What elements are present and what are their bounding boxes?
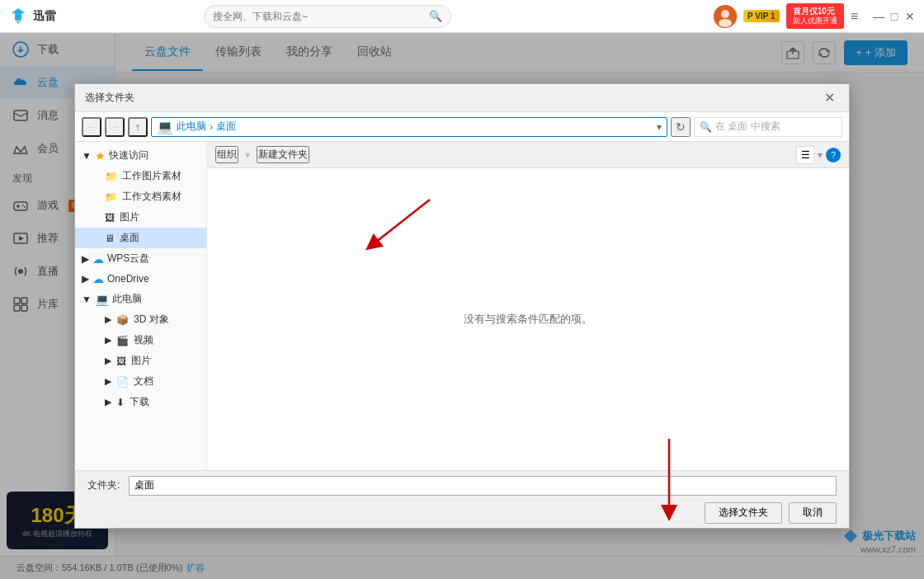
- expand-dl-icon: ▶: [105, 397, 111, 407]
- app-window: 迅雷 🔍 P VIP 1 首月仅10元 新人优惠开通 ≡ — □: [0, 0, 924, 579]
- avatar: [714, 5, 737, 28]
- nav-item-label: 下载: [130, 395, 149, 409]
- view-controls: ☰ ▾ ?: [796, 146, 841, 164]
- folder-row: 文件夹:: [87, 476, 837, 496]
- toolbar-sep: ▾: [245, 149, 250, 161]
- file-dialog: 选择文件夹 ✕ ← → ↑ 💻 此电脑 › 桌面 ▾ ↻ 🔍 在 桌面 中搜索: [74, 83, 850, 529]
- nav-item-3d[interactable]: ▶ 📦 3D 对象: [75, 309, 206, 330]
- help-button[interactable]: ?: [826, 148, 841, 162]
- search-bar[interactable]: 🔍: [204, 5, 451, 28]
- dialog-files-area: 没有与搜索条件匹配的项。: [207, 168, 849, 470]
- dialog-search-placeholder: 在 桌面 中搜索: [715, 120, 780, 134]
- dialog-address-bar: ← → ↑ 💻 此电脑 › 桌面 ▾ ↻ 🔍 在 桌面 中搜索: [75, 112, 849, 142]
- search-icon: 🔍: [429, 10, 442, 22]
- search-input[interactable]: [213, 11, 429, 22]
- nav-item-label: 工作图片素材: [122, 169, 182, 183]
- dialog-bottom: 文件夹: 选择文件夹 取消: [75, 470, 849, 528]
- nav-item-downloads[interactable]: ▶ ⬇ 下载: [75, 392, 206, 412]
- folder-icon: 📁: [105, 191, 117, 203]
- nav-item-work-docs[interactable]: 📁 工作文档素材: [75, 186, 206, 207]
- path-bar[interactable]: 💻 此电脑 › 桌面 ▾: [151, 117, 667, 137]
- nav-item-pictures[interactable]: 🖼 图片: [75, 207, 206, 228]
- close-button[interactable]: ✕: [904, 11, 916, 22]
- nav-item-label: 图片: [131, 354, 151, 368]
- expand-3d-icon: ▶: [105, 314, 111, 325]
- cancel-button[interactable]: 取消: [789, 502, 837, 524]
- 3d-icon: 📦: [116, 314, 129, 326]
- quick-access-expand-icon: ▼: [82, 150, 92, 162]
- organize-button[interactable]: 组织: [215, 146, 238, 163]
- nav-item-desktop[interactable]: 🖥 桌面: [75, 228, 206, 248]
- path-this-pc[interactable]: 此电脑: [177, 120, 206, 134]
- nav-back-button[interactable]: ←: [82, 117, 101, 137]
- expand-video-icon: ▶: [105, 335, 111, 346]
- folder-input[interactable]: [129, 476, 837, 496]
- nav-item-label: 桌面: [120, 231, 139, 245]
- onedrive-label: OneDrive: [107, 273, 149, 285]
- this-pc-header[interactable]: ▼ 💻 此电脑: [75, 289, 206, 309]
- svg-point-1: [721, 10, 729, 18]
- app-logo: 迅雷: [8, 7, 56, 26]
- menu-button[interactable]: ≡: [851, 9, 858, 24]
- nav-item-videos[interactable]: ▶ 🎬 视频: [75, 330, 206, 351]
- dialog-search-box[interactable]: 🔍 在 桌面 中搜索: [694, 117, 842, 137]
- folder-label: 文件夹:: [87, 478, 120, 492]
- dialog-title-bar: 选择文件夹 ✕: [75, 84, 849, 112]
- expand-doc-icon: ▶: [105, 376, 111, 387]
- quick-access-header[interactable]: ▼ ★ 快速访问: [75, 145, 206, 166]
- star-icon: ★: [95, 149, 106, 162]
- video-icon: 🎬: [116, 335, 129, 346]
- empty-message: 没有与搜索条件匹配的项。: [464, 312, 592, 327]
- folder-icon: 📁: [105, 171, 117, 182]
- wps-cloud-header[interactable]: ▶ ☁ WPS云盘: [75, 248, 206, 269]
- pic-icon: 🖼: [116, 355, 126, 367]
- onedrive-header[interactable]: ▶ ☁ OneDrive: [75, 269, 206, 289]
- nav-item-label: 3D 对象: [134, 313, 169, 327]
- this-pc-icon: 💻: [157, 119, 173, 134]
- doc-icon: 📄: [116, 376, 129, 388]
- new-folder-button[interactable]: 新建文件夹: [257, 146, 309, 163]
- path-refresh-button[interactable]: ↻: [671, 117, 691, 137]
- path-dropdown-icon[interactable]: ▾: [657, 121, 662, 133]
- wps-cloud-icon: ☁: [92, 252, 104, 266]
- dialog-secondary-toolbar: 组织 ▾ 新建文件夹 ☰ ▾ ?: [207, 142, 849, 168]
- dl-icon: ⬇: [116, 397, 125, 408]
- wps-cloud-label: WPS云盘: [107, 252, 149, 266]
- this-pc-tree-icon: 💻: [95, 293, 109, 306]
- title-bar: 迅雷 🔍 P VIP 1 首月仅10元 新人优惠开通 ≡ — □: [0, 0, 924, 33]
- promo-badge[interactable]: 首月仅10元 新人优惠开通: [786, 3, 844, 29]
- view-toggle-button[interactable]: ☰: [796, 146, 814, 164]
- nav-item-label: 图片: [120, 210, 139, 224]
- svg-point-2: [719, 19, 732, 27]
- app-name: 迅雷: [33, 9, 56, 24]
- nav-item-work-images[interactable]: 📁 工作图片素材: [75, 166, 206, 186]
- dialog-main-panel: 组织 ▾ 新建文件夹 ☰ ▾ ? 没有与搜索条件匹配的项。: [207, 142, 849, 470]
- nav-item-label: 视频: [134, 333, 153, 347]
- app-logo-icon: [8, 7, 28, 26]
- this-pc-expand-icon: ▼: [82, 294, 92, 305]
- onedrive-icon: ☁: [92, 272, 104, 285]
- nav-item-docs[interactable]: ▶ 📄 文档: [75, 371, 206, 392]
- select-folder-button[interactable]: 选择文件夹: [705, 502, 782, 524]
- window-controls: — □ ✕: [873, 11, 916, 22]
- nav-item-pictures2[interactable]: ▶ 🖼 图片: [75, 351, 206, 371]
- onedrive-expand-icon: ▶: [82, 273, 89, 285]
- view-dropdown-icon[interactable]: ▾: [818, 149, 823, 161]
- dialog-button-row: 选择文件夹 取消: [87, 502, 837, 524]
- dialog-content: ▼ ★ 快速访问 📁 工作图片素材 📁 工作文档素材 🖼 图片: [75, 142, 849, 470]
- expand-pic-icon: ▶: [105, 355, 111, 366]
- nav-forward-button[interactable]: →: [105, 117, 125, 137]
- dialog-close-button[interactable]: ✕: [819, 88, 839, 108]
- maximize-button[interactable]: □: [889, 11, 900, 22]
- path-desktop[interactable]: 桌面: [216, 120, 236, 134]
- desktop-icon: 🖥: [105, 233, 115, 244]
- minimize-button[interactable]: —: [873, 11, 884, 22]
- this-pc-label: 此电脑: [112, 292, 142, 306]
- nav-up-button[interactable]: ↑: [128, 117, 148, 137]
- path-sep-1: ›: [210, 121, 213, 133]
- nav-item-label: 文档: [134, 374, 153, 388]
- dialog-search-icon: 🔍: [700, 121, 712, 133]
- title-bar-right: P VIP 1 首月仅10元 新人优惠开通 ≡ — □ ✕: [714, 3, 916, 29]
- wps-expand-icon: ▶: [82, 253, 89, 265]
- quick-access-label: 快速访问: [109, 148, 148, 162]
